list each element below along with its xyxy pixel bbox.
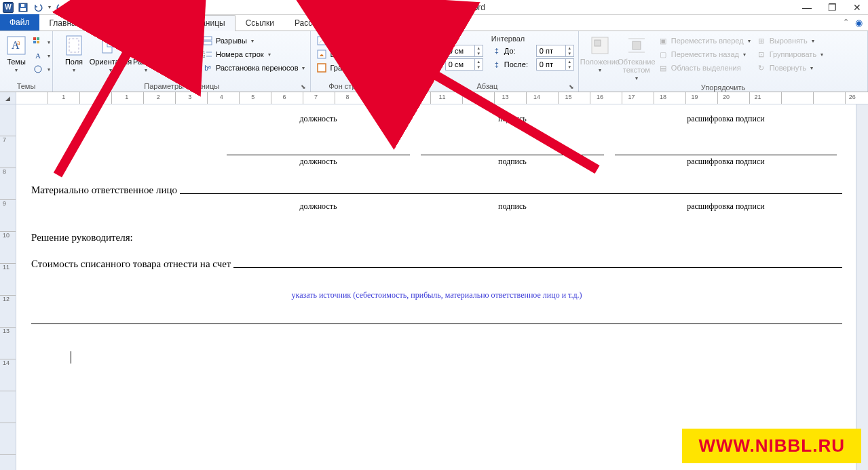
effects-icon [33,64,43,75]
hyphenation-button[interactable]: bªРасстановка переносов▾ [201,62,306,74]
size-label: Размер [133,58,159,66]
page-color-icon [316,49,327,60]
size-button[interactable]: Размер▾ [130,33,162,75]
page-borders-button[interactable]: Границы страниц [315,62,391,74]
redo-icon[interactable] [54,1,68,14]
page-borders-icon [316,62,327,73]
svg-rect-19 [204,41,212,45]
indent-right-icon: ⇤ [400,60,411,69]
rotate-button: ↻Повернуть▾ [755,62,825,74]
group-themes-label: Темы [4,81,48,91]
undo-dropdown-icon[interactable]: ▾ [46,1,53,14]
page-color-label: Цвет страницы [330,50,382,58]
decipher-caption: расшифровка подписи [609,201,842,212]
watermark-badge: WWW.NIBBL.RU [682,429,861,463]
watermark-button[interactable]: Подложка▾ [315,35,391,47]
group-button: ⊡Группировать▾ [755,48,825,60]
decipher-caption: расшифровка подписи [609,157,842,167]
group-arrange-label: Упорядочить [583,83,863,92]
columns-button[interactable]: Колонки▾ [164,33,198,75]
tab-references[interactable]: Ссылки [235,14,284,31]
spacing-before-input[interactable]: 0 пт▲▼ [536,45,574,57]
vertical-ruler[interactable]: 7891011121314 [0,104,16,470]
spacing-after-input[interactable]: 0 пт▲▼ [536,58,574,71]
minimize-ribbon-icon[interactable]: ⌃ [843,18,849,26]
tab-home[interactable]: Главная [39,14,91,31]
align-icon: ⊞ [756,35,767,46]
breaks-button[interactable]: Разрывы▾ [201,35,306,47]
wrap-text-button: Обтекание текстом▾ [620,33,654,83]
indent-right-input[interactable]: 0 см▲▼ [445,58,483,71]
tab-page-layout[interactable]: Разметка страницы [141,15,235,31]
tab-review[interactable]: Рецензирование [341,14,425,31]
svg-rect-7 [37,37,39,40]
bring-forward-button: ▣Переместить вперед▾ [656,35,752,47]
position-icon [589,35,611,56]
horizontal-ruler[interactable]: 112345678910111213141516171819202126 [16,92,868,104]
columns-label: Колонки [167,58,195,66]
spacing-after-label: После: [504,60,534,68]
themes-button[interactable]: Aa Темы ▾ [4,33,29,75]
svg-rect-27 [318,64,326,72]
ribbon-tabs: Файл Главная Вставка Разметка страницы С… [0,15,868,31]
columns-icon [170,35,192,56]
breaks-icon [202,35,213,46]
paragraph-launcher[interactable]: ⬊ [569,83,574,90]
indent-right-label: Справа: [413,60,443,68]
group-paragraph: Отступ ⇥ Слева: 0 см▲▼ ⇤ Справа: 0 см▲▼ … [396,31,579,92]
svg-rect-6 [33,37,36,40]
group-page-setup: Поля▾ Ориентация▾ Размер▾ Колонки▾ Разры… [53,31,311,92]
line-numbers-icon: 12 [202,49,213,60]
svg-rect-14 [107,37,119,47]
page-setup-launcher[interactable]: ⬊ [301,83,306,90]
tab-insert[interactable]: Вставка [90,14,141,31]
fonts-icon: A [33,50,43,61]
svg-text:2: 2 [203,54,206,58]
ribbon: Aa Темы ▾ ▾ A▾ ▾ Темы Поля▾ Ориентация▾ [0,31,868,92]
qat-customize-icon[interactable]: ▾ [69,1,83,14]
ruler-corner[interactable]: ◢ [0,92,16,104]
svg-rect-29 [595,40,601,46]
page-color-button[interactable]: Цвет страницы▾ [315,48,391,60]
word-app-icon[interactable]: W [1,1,15,14]
svg-rect-8 [33,41,36,43]
margins-label: Поля [65,58,83,66]
rotate-icon: ↻ [756,62,767,73]
manager-decision-text: Решение руководителя: [31,232,842,243]
indent-header: Отступ [400,35,483,43]
file-tab[interactable]: Файл [0,14,39,31]
theme-colors-button[interactable]: ▾ [31,36,52,48]
margins-icon [63,35,85,56]
theme-effects-button[interactable]: ▾ [31,63,52,75]
margins-button[interactable]: Поля▾ [57,33,91,75]
signature-caption: подпись [415,157,609,167]
minimize-button[interactable]: — [798,2,816,13]
theme-fonts-button[interactable]: A▾ [31,50,52,62]
svg-text:a: a [17,39,20,46]
document-page[interactable]: должность подпись расшифровка подписи до… [16,104,856,470]
tab-view[interactable]: Вид [424,14,459,31]
line-numbers-button[interactable]: 12Номера строк▾ [201,48,306,60]
orientation-button[interactable]: Ориентация▾ [94,33,128,75]
save-icon[interactable] [16,1,30,14]
svg-rect-30 [633,41,641,50]
quick-access-toolbar: W ▾ ▾ [0,1,83,14]
hyphenation-label: Расстановка переносов [216,64,298,72]
svg-rect-15 [140,37,152,54]
undo-icon[interactable] [31,1,45,14]
send-backward-icon: ▢ [658,49,668,60]
selection-pane-icon: ▤ [658,62,668,73]
vertical-scrollbar[interactable] [856,104,868,470]
cost-line-text: Стоимость списанного товара отнести на с… [31,258,231,270]
close-button[interactable]: ✕ [849,2,865,13]
colors-icon [33,37,43,47]
group-page-background-label: Фон страницы [315,81,391,91]
maximize-button[interactable]: ❐ [824,2,841,13]
document-area: 7891011121314 должность подпись расшифро… [0,104,868,470]
help-icon[interactable]: ◉ [855,18,863,28]
spacing-before-label: До: [504,47,534,55]
selection-pane-button[interactable]: ▤Область выделения [656,62,752,74]
tab-mailings[interactable]: Рассылки [284,14,341,31]
indent-left-input[interactable]: 0 см▲▼ [445,45,483,57]
signature-caption: подпись [415,114,609,124]
